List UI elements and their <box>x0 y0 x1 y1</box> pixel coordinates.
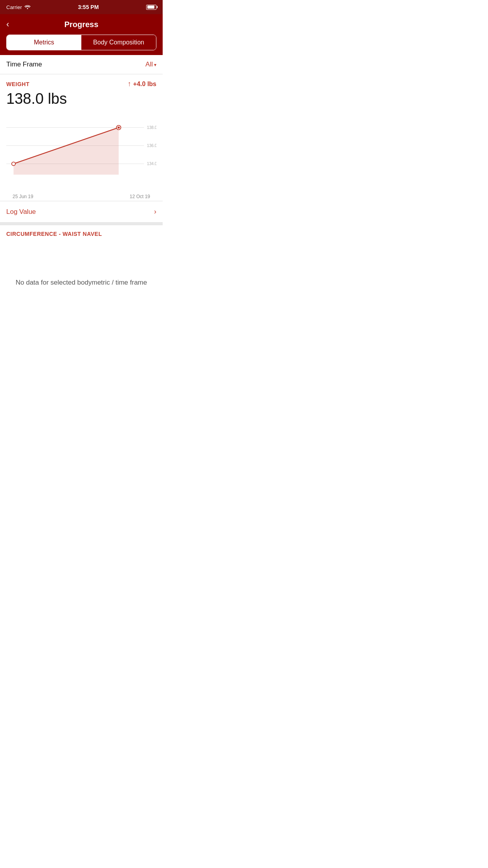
status-bar-right <box>146 5 156 10</box>
back-button[interactable]: ‹ <box>6 20 9 29</box>
log-value-label: Log Value <box>6 208 36 216</box>
tab-metrics[interactable]: Metrics <box>7 35 81 50</box>
weight-section: WEIGHT ↑ +4.0 lbs 138.0 lbs 138.0 136.0 … <box>0 74 163 201</box>
time-frame-row: Time Frame All ▾ <box>0 55 163 74</box>
status-bar-left: Carrier <box>6 4 31 10</box>
svg-text:136.0: 136.0 <box>147 143 156 148</box>
status-bar-time: 3:55 PM <box>78 4 99 10</box>
weight-change-value: +4.0 lbs <box>133 81 156 88</box>
log-value-row[interactable]: Log Value › <box>0 201 163 222</box>
weight-chart: 138.0 136.0 134.0 <box>6 114 156 192</box>
svg-marker-6 <box>13 127 119 175</box>
no-data-text: No data for selected bodymetric / time f… <box>16 279 147 287</box>
wifi-icon <box>24 4 31 10</box>
weight-change: ↑ +4.0 lbs <box>128 80 156 88</box>
time-frame-label: Time Frame <box>6 61 42 68</box>
section-divider <box>0 222 163 225</box>
tab-bar: Metrics Body Composition <box>0 35 163 55</box>
chevron-down-icon: ▾ <box>154 62 156 68</box>
tab-body-composition[interactable]: Body Composition <box>81 35 156 50</box>
time-frame-selector[interactable]: All ▾ <box>145 61 156 68</box>
chart-dates: 25 Jun 19 12 Oct 19 <box>6 192 156 201</box>
chart-start-date: 25 Jun 19 <box>13 194 33 199</box>
svg-text:134.0: 134.0 <box>147 162 156 166</box>
battery-icon <box>146 5 156 10</box>
circumference-label: CIRCUMFERENCE - WAIST NAVEL <box>6 231 156 237</box>
nav-header: ‹ Progress <box>0 14 163 35</box>
weight-value: 138.0 lbs <box>6 90 156 107</box>
svg-text:138.0: 138.0 <box>147 125 156 130</box>
time-frame-value-text: All <box>145 61 153 68</box>
circumference-section: CIRCUMFERENCE - WAIST NAVEL <box>0 225 163 237</box>
no-data-area: No data for selected bodymetric / time f… <box>0 239 163 326</box>
weight-label: WEIGHT <box>6 81 29 87</box>
status-bar: Carrier 3:55 PM <box>0 0 163 14</box>
carrier-label: Carrier <box>6 4 22 10</box>
page-title: Progress <box>64 20 99 29</box>
weight-chart-svg: 138.0 136.0 134.0 <box>6 114 156 192</box>
weight-header: WEIGHT ↑ +4.0 lbs <box>6 80 156 88</box>
chart-end-date: 12 Oct 19 <box>130 194 150 199</box>
svg-point-10 <box>117 127 120 129</box>
arrow-up-icon: ↑ <box>128 80 131 88</box>
log-value-chevron-icon: › <box>154 208 156 216</box>
svg-point-8 <box>12 162 15 166</box>
tab-bar-inner: Metrics Body Composition <box>6 35 156 50</box>
